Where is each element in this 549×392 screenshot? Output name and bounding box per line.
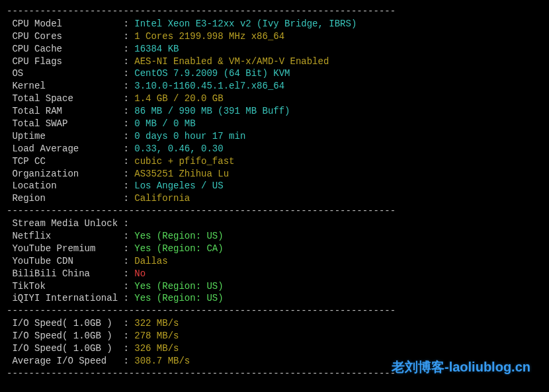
row-colon: : bbox=[123, 180, 134, 191]
row-value: California bbox=[134, 193, 190, 204]
row-value: 326 MB/s bbox=[134, 343, 179, 354]
row-value: 0.33, 0.46, 0.30 bbox=[134, 143, 223, 154]
sysinfo-row: Total Space : 1.4 GB / 20.0 GB bbox=[7, 93, 542, 105]
sysinfo-row: Load Average : 0.33, 0.46, 0.30 bbox=[7, 143, 542, 155]
row-label: I/O Speed( 1.0GB ) bbox=[7, 343, 123, 354]
stream-row: YouTube Premium : Yes (Region: CA) bbox=[7, 243, 542, 255]
row-colon: : bbox=[123, 281, 134, 292]
row-colon: : bbox=[123, 318, 134, 329]
divider-line: ----------------------------------------… bbox=[7, 368, 542, 380]
stream-row: TikTok : Yes (Region: US) bbox=[7, 280, 542, 293]
sysinfo-row: TCP CC : cubic + pfifo_fast bbox=[7, 155, 542, 168]
row-label: iQIYI International bbox=[7, 293, 123, 303]
row-label: Uptime bbox=[7, 131, 123, 141]
row-label: I/O Speed( 1.0GB ) bbox=[7, 318, 123, 329]
row-value: 1.4 GB / 20.0 GB bbox=[134, 93, 223, 104]
io-row: I/O Speed( 1.0GB ) : 278 MB/s bbox=[7, 330, 542, 342]
row-colon: : bbox=[123, 231, 134, 241]
divider-line: ----------------------------------------… bbox=[7, 5, 542, 18]
row-value: AES-NI Enabled & VM-x/AMD-V Enabled bbox=[134, 56, 329, 67]
sysinfo-row: OS : CentOS 7.9.2009 (64 Bit) KVM bbox=[7, 67, 542, 80]
row-value: Intel Xeon E3-12xx v2 (Ivy Bridge, IBRS) bbox=[134, 19, 357, 29]
row-value: 16384 KB bbox=[134, 44, 179, 54]
row-colon: : bbox=[123, 19, 134, 29]
row-colon: : bbox=[123, 81, 134, 91]
sysinfo-row: Kernel : 3.10.0-1160.45.1.el7.x86_64 bbox=[7, 80, 542, 93]
row-label: CPU Cores bbox=[7, 31, 123, 42]
row-value: 1 Cores 2199.998 MHz x86_64 bbox=[134, 31, 284, 42]
row-colon: : bbox=[123, 293, 134, 303]
row-colon: : bbox=[123, 356, 134, 366]
stream-header-row: Stream Media Unlock : bbox=[7, 217, 542, 230]
sysinfo-row: CPU Cache : 16384 KB bbox=[7, 43, 542, 56]
row-colon: : bbox=[123, 31, 134, 42]
row-value: CentOS 7.9.2009 (64 Bit) KVM bbox=[134, 68, 290, 79]
row-colon: : bbox=[123, 106, 134, 116]
row-colon: : bbox=[123, 156, 134, 167]
sysinfo-row: CPU Cores : 1 Cores 2199.998 MHz x86_64 bbox=[7, 30, 542, 43]
row-label: Average I/O Speed bbox=[7, 356, 123, 366]
sysinfo-row: Total SWAP : 0 MB / 0 MB bbox=[7, 118, 542, 130]
row-colon: : bbox=[123, 193, 134, 204]
row-label: TCP CC bbox=[7, 156, 123, 167]
row-value: 0 MB / 0 MB bbox=[134, 118, 195, 129]
row-colon: : bbox=[123, 268, 134, 279]
io-row: Average I/O Speed : 308.7 MB/s bbox=[7, 355, 542, 368]
row-colon: : bbox=[123, 118, 134, 129]
row-colon: : bbox=[123, 143, 134, 154]
row-label: Stream Media Unlock bbox=[7, 218, 123, 229]
row-value: 86 MB / 990 MB (391 MB Buff) bbox=[134, 106, 290, 116]
row-value: Yes (Region: US) bbox=[134, 231, 223, 241]
row-value: 322 MB/s bbox=[134, 318, 179, 329]
sysinfo-row: CPU Model : Intel Xeon E3-12xx v2 (Ivy B… bbox=[7, 18, 542, 30]
row-value: Dallas bbox=[134, 256, 167, 266]
row-label: YouTube Premium bbox=[7, 243, 123, 254]
row-label: Location bbox=[7, 180, 123, 191]
stream-row: BiliBili China : No bbox=[7, 268, 542, 280]
row-value: cubic + pfifo_fast bbox=[134, 156, 234, 167]
row-colon: : bbox=[123, 218, 134, 229]
row-label: Total SWAP bbox=[7, 118, 123, 129]
row-label: CPU Model bbox=[7, 19, 123, 29]
row-value: 0 days 0 hour 17 min bbox=[134, 131, 245, 141]
row-value: AS35251 Zhihua Lu bbox=[134, 169, 229, 179]
sysinfo-row: Region : California bbox=[7, 192, 542, 205]
sysinfo-row: Organization : AS35251 Zhihua Lu bbox=[7, 168, 542, 180]
row-colon: : bbox=[123, 343, 134, 354]
row-colon: : bbox=[123, 256, 134, 266]
row-label: Total Space bbox=[7, 93, 123, 104]
row-colon: : bbox=[123, 331, 134, 341]
row-label: Region bbox=[7, 193, 123, 204]
row-label: Load Average bbox=[7, 143, 123, 154]
sysinfo-row: Uptime : 0 days 0 hour 17 min bbox=[7, 130, 542, 143]
row-value: Yes (Region: US) bbox=[134, 293, 223, 303]
stream-row: Netflix : Yes (Region: US) bbox=[7, 230, 542, 243]
row-colon: : bbox=[123, 169, 134, 179]
row-colon: : bbox=[123, 68, 134, 79]
sysinfo-row: Total RAM : 86 MB / 990 MB (391 MB Buff) bbox=[7, 105, 542, 118]
row-label: Organization bbox=[7, 169, 123, 179]
io-row: I/O Speed( 1.0GB ) : 326 MB/s bbox=[7, 342, 542, 355]
row-label: Kernel bbox=[7, 81, 123, 91]
row-label: Netflix bbox=[7, 231, 123, 241]
row-value: 278 MB/s bbox=[134, 331, 179, 341]
row-label: YouTube CDN bbox=[7, 256, 123, 266]
divider-line: ----------------------------------------… bbox=[7, 305, 542, 317]
sysinfo-row: CPU Flags : AES-NI Enabled & VM-x/AMD-V … bbox=[7, 56, 542, 68]
row-value: Yes (Region: US) bbox=[134, 281, 223, 292]
row-colon: : bbox=[123, 44, 134, 54]
row-label: CPU Cache bbox=[7, 44, 123, 54]
row-label: I/O Speed( 1.0GB ) bbox=[7, 331, 123, 341]
row-value: Los Angeles / US bbox=[134, 180, 223, 191]
row-label: TikTok bbox=[7, 281, 123, 292]
row-colon: : bbox=[123, 56, 134, 67]
row-colon: : bbox=[123, 131, 134, 141]
row-label: BiliBili China bbox=[7, 268, 123, 279]
stream-row: YouTube CDN : Dallas bbox=[7, 255, 542, 268]
row-value: 308.7 MB/s bbox=[134, 356, 190, 366]
row-label: CPU Flags bbox=[7, 56, 123, 67]
row-label: OS bbox=[7, 68, 123, 79]
divider-line: ----------------------------------------… bbox=[7, 205, 542, 217]
row-value: 3.10.0-1160.45.1.el7.x86_64 bbox=[134, 81, 284, 91]
sysinfo-row: Location : Los Angeles / US bbox=[7, 180, 542, 192]
